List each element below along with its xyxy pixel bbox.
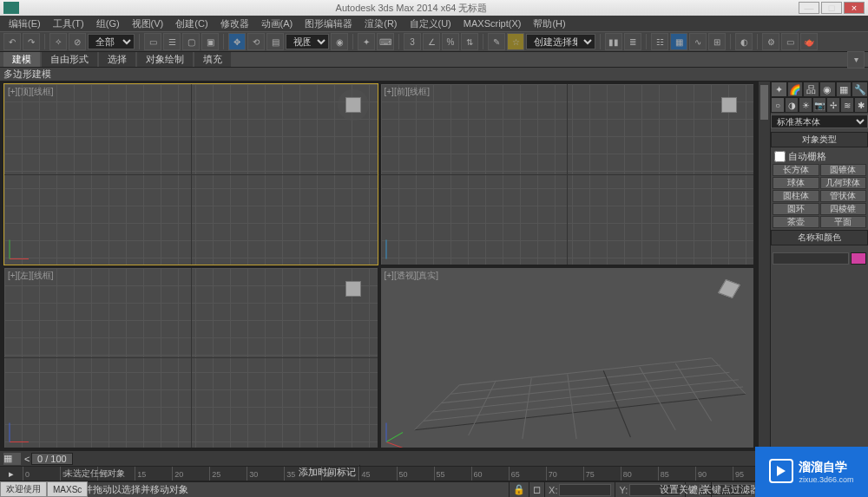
maximize-button[interactable]: □ (821, 2, 842, 14)
viewport-label-front[interactable]: [+][前][线框] (385, 86, 431, 98)
schematic-view-button[interactable]: ⊞ (708, 33, 726, 50)
minimize-button[interactable]: — (799, 2, 819, 14)
utilities-tab[interactable]: 🔧 (852, 82, 868, 97)
select-rotate-button[interactable]: ⟲ (247, 33, 265, 50)
display-tab[interactable]: ▦ (836, 82, 852, 97)
menu-customize[interactable]: 自定义(U) (404, 16, 457, 31)
coord-x-input[interactable] (559, 484, 611, 496)
cone-button[interactable]: 圆锥体 (820, 164, 867, 176)
ribbon-tab-modeling[interactable]: 建模 (3, 52, 40, 67)
viewport-left[interactable]: [+][左][线框] (3, 267, 378, 449)
menu-edit[interactable]: 编辑(E) (3, 16, 46, 31)
ribbon-tab-populate[interactable]: 填充 (194, 52, 231, 67)
render-setup-button[interactable]: ⚙ (762, 33, 779, 50)
viewcube-left[interactable] (338, 273, 369, 304)
helpers-subtab[interactable]: ✢ (826, 97, 840, 113)
viewport-label-top[interactable]: [+][顶][线框] (8, 86, 54, 98)
viewport-front[interactable]: [+][前][线框] (380, 83, 755, 265)
select-move-button[interactable]: ✥ (228, 33, 246, 50)
object-color-swatch[interactable] (851, 252, 866, 265)
track-toggle-icon[interactable]: ▸ (0, 468, 23, 480)
render-frame-button[interactable]: ▭ (781, 33, 799, 50)
align-button[interactable]: ≣ (624, 33, 641, 50)
menu-modifiers[interactable]: 修改器 (215, 16, 254, 31)
pyramid-button[interactable]: 四棱锥 (820, 203, 867, 215)
editor-button[interactable]: ✎ (488, 33, 505, 50)
teapot-button[interactable]: 茶壶 (773, 216, 819, 228)
snap-toggle-button[interactable]: 3 (404, 33, 421, 50)
viewport-perspective[interactable]: [+][透视][真实] (380, 267, 755, 449)
ribbon-tab-objpaint[interactable]: 对象绘制 (137, 52, 193, 67)
menu-help[interactable]: 帮助(H) (528, 16, 570, 31)
time-slider-value[interactable]: 0 / 100 (31, 453, 73, 465)
ribbon-tab-freeform[interactable]: 自由形式 (42, 52, 97, 67)
time-tag-button[interactable]: 添加时间标记 (295, 465, 360, 480)
hierarchy-tab[interactable]: 品 (803, 82, 819, 97)
keyboard-shortcut-button[interactable]: ⌨ (377, 33, 394, 50)
select-by-name-button[interactable]: ☰ (163, 33, 181, 50)
selection-lock-icon[interactable]: 🔒 (510, 482, 529, 497)
geometry-subtab[interactable]: ○ (771, 97, 785, 113)
shapes-subtab[interactable]: ◑ (785, 97, 799, 113)
ref-coord-system[interactable]: 视图 (286, 34, 329, 49)
key-filters-button[interactable]: 关键点过滤器 (699, 482, 764, 497)
maxscript-tab[interactable]: MAXSc (47, 481, 88, 497)
angle-snap-button[interactable]: ∠ (423, 33, 440, 50)
welcome-tab[interactable]: 欢迎使用 (0, 481, 47, 497)
object-name-input[interactable] (773, 252, 849, 265)
geometry-category-dropdown[interactable]: 标准基本体 (771, 114, 868, 128)
selection-set-button[interactable]: ☆ (507, 33, 524, 50)
select-scale-button[interactable]: ▤ (266, 33, 284, 50)
select-rect-button[interactable]: ▢ (182, 33, 200, 50)
viewcube-front[interactable] (713, 89, 745, 121)
torus-button[interactable]: 圆环 (773, 203, 819, 215)
viewport-label-perspective[interactable]: [+][透视][真实] (385, 270, 439, 282)
spinner-snap-button[interactable]: ⇅ (461, 33, 478, 50)
modify-tab[interactable]: 🌈 (787, 82, 804, 97)
menu-grapheditors[interactable]: 图形编辑器 (299, 16, 358, 31)
auto-grid-checkbox[interactable] (774, 151, 786, 162)
lights-subtab[interactable]: ☀ (799, 97, 812, 113)
percent-snap-button[interactable]: % (442, 33, 459, 50)
viewcube-perspective[interactable] (713, 273, 745, 304)
menu-create[interactable]: 创建(C) (170, 16, 213, 31)
layer-manager-button[interactable]: ☷ (651, 33, 668, 50)
menu-animation[interactable]: 动画(A) (256, 16, 299, 31)
viewcube-top[interactable] (338, 89, 369, 121)
ribbon-minimize-button[interactable]: ▾ (847, 51, 865, 69)
systems-subtab[interactable]: ✱ (854, 97, 868, 113)
undo-button[interactable]: ↶ (3, 33, 21, 50)
box-button[interactable]: 长方体 (773, 164, 819, 176)
manipulate-button[interactable]: ✦ (358, 33, 375, 50)
named-selection-set[interactable]: 创建选择集 (526, 34, 595, 49)
cameras-subtab[interactable]: 📷 (812, 97, 826, 113)
menu-group[interactable]: 组(G) (91, 16, 125, 31)
geosphere-button[interactable]: 几何球体 (820, 177, 867, 189)
close-button[interactable]: × (844, 2, 865, 14)
mirror-button[interactable]: ▮▮ (605, 33, 622, 50)
selection-filter[interactable]: 全部 (88, 34, 135, 49)
name-color-rollout[interactable]: 名称和颜色 (771, 230, 868, 245)
spacewarps-subtab[interactable]: ≋ (840, 97, 854, 113)
material-editor-button[interactable]: ◐ (735, 33, 753, 50)
time-config-icon[interactable]: ▦ (3, 453, 21, 465)
sphere-button[interactable]: 球体 (773, 177, 819, 189)
motion-tab[interactable]: ◉ (819, 82, 836, 97)
object-type-rollout[interactable]: 对象类型 (771, 132, 868, 147)
graphite-toggle-button[interactable]: ▦ (670, 33, 687, 50)
pivot-center-button[interactable]: ◉ (331, 33, 348, 50)
redo-button[interactable]: ↷ (23, 33, 40, 50)
curve-editor-button[interactable]: ∿ (689, 33, 707, 50)
ribbon-tab-selection[interactable]: 选择 (99, 52, 135, 67)
tube-button[interactable]: 管状体 (820, 190, 867, 202)
render-button[interactable]: 🫖 (800, 33, 818, 50)
menu-rendering[interactable]: 渲染(R) (359, 16, 402, 31)
create-tab[interactable]: ✦ (771, 82, 787, 97)
menu-maxscript[interactable]: MAXScript(X) (458, 17, 527, 29)
menu-tools[interactable]: 工具(T) (48, 16, 89, 31)
menu-view[interactable]: 视图(V) (127, 16, 169, 31)
window-crossing-button[interactable]: ▣ (201, 33, 219, 50)
link-button[interactable]: ⟡ (49, 33, 67, 50)
cylinder-button[interactable]: 圆柱体 (773, 190, 819, 202)
viewport-scrollbar[interactable] (758, 82, 770, 450)
